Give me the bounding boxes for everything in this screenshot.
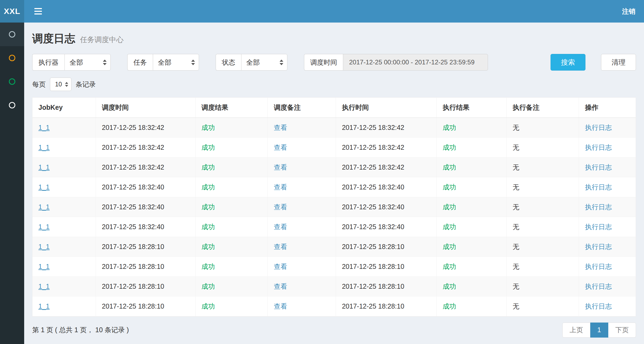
exec-msg-cell: 无 [506,137,579,157]
trigger-time-cell: 2017-12-25 18:32:42 [96,137,196,157]
trigger-result-cell: 成功 [195,296,268,316]
page-subtitle: 任务调度中心 [80,35,124,45]
logout-link[interactable]: 注销 [622,7,635,16]
hamburger-icon [34,8,42,14]
app-logo[interactable]: XXL [0,0,24,23]
jobkey-link[interactable]: 1_1 [38,283,50,290]
trigger-result-cell: 成功 [195,118,268,137]
job-select[interactable]: 全部 [153,54,199,71]
table-row: 1_1 2017-12-25 18:28:10 成功 查看 2017-12-25… [32,296,636,316]
header-action: 操作 [579,98,636,118]
table-row: 1_1 2017-12-25 18:28:10 成功 查看 2017-12-25… [32,276,636,296]
header-trigger-msg: 调度备注 [268,98,336,118]
trigger-result-cell: 成功 [195,276,268,296]
trigger-msg-link[interactable]: 查看 [274,223,287,230]
trigger-msg-link[interactable]: 查看 [274,302,287,310]
page-size-value: 10 [55,81,62,88]
table-footer: 第 1 页 ( 总共 1 页， 10 条记录 ) 上页 1 下页 [32,323,636,342]
trigger-time-cell: 2017-12-25 18:32:40 [96,217,196,237]
trigger-time-cell: 2017-12-25 18:32:42 [96,118,196,137]
page-1-button[interactable]: 1 [590,323,608,338]
exec-time-cell: 2017-12-25 18:28:10 [336,257,437,276]
job-select-value: 全部 [158,58,171,67]
next-page-button[interactable]: 下页 [608,323,636,338]
exec-log-link[interactable]: 执行日志 [585,144,612,151]
exec-log-link[interactable]: 执行日志 [585,163,612,171]
trigger-msg-link[interactable]: 查看 [274,144,287,151]
jobkey-link[interactable]: 1_1 [38,183,50,191]
exec-result-cell: 成功 [437,237,507,257]
sidebar-item-1[interactable] [0,23,24,46]
log-table: JobKey 调度时间 调度结果 调度备注 执行时间 执行结果 执行备注 操作 … [32,98,636,316]
page-size-select[interactable]: 10 [50,78,71,91]
exec-log-link[interactable]: 执行日志 [585,243,612,250]
trigger-time-range-input[interactable]: 2017-12-25 00:00:00 - 2017-12-25 23:59:5… [343,54,488,71]
exec-msg-cell: 无 [506,157,579,177]
table-row: 1_1 2017-12-25 18:32:40 成功 查看 2017-12-25… [32,197,636,217]
header-trigger-time: 调度时间 [96,98,196,118]
circle-outline-icon [9,102,15,108]
exec-result-cell: 成功 [437,137,507,157]
status-select-value: 全部 [246,58,260,67]
trigger-result-cell: 成功 [195,217,268,237]
sidebar-item-4[interactable] [0,93,24,117]
table-row: 1_1 2017-12-25 18:28:10 成功 查看 2017-12-25… [32,237,636,257]
prev-page-button[interactable]: 上页 [562,323,590,338]
exec-time-cell: 2017-12-25 18:28:10 [336,276,437,296]
table-row: 1_1 2017-12-25 18:32:40 成功 查看 2017-12-25… [32,217,636,237]
circle-outline-icon [9,55,15,61]
sidebar-item-2[interactable] [0,46,24,70]
table-header-row: JobKey 调度时间 调度结果 调度备注 执行时间 执行结果 执行备注 操作 [32,98,636,118]
table-row: 1_1 2017-12-25 18:32:42 成功 查看 2017-12-25… [32,118,636,137]
circle-outline-icon [9,78,15,85]
jobkey-link[interactable]: 1_1 [38,124,50,131]
executor-select-value: 全部 [70,58,83,67]
search-button[interactable]: 搜索 [551,54,585,71]
trigger-msg-link[interactable]: 查看 [274,163,287,171]
trigger-result-cell: 成功 [195,257,268,276]
sidebar-item-3[interactable] [0,70,24,93]
sidebar-toggle-button[interactable] [33,5,44,17]
exec-msg-cell: 无 [506,296,579,316]
filter-bar: 执行器 全部 任务 全部 状态 全部 调度时间 2017-12-25 00:00… [32,54,636,71]
jobkey-link[interactable]: 1_1 [38,144,50,151]
trigger-msg-link[interactable]: 查看 [274,183,287,191]
status-filter: 状态 全部 [216,54,287,71]
status-select[interactable]: 全部 [241,54,287,71]
page-size-bar: 每页 10 条记录 [32,78,636,91]
exec-log-link[interactable]: 执行日志 [585,124,612,131]
exec-log-link[interactable]: 执行日志 [585,283,612,290]
jobkey-link[interactable]: 1_1 [38,223,50,230]
select-arrows-icon [103,60,107,65]
jobkey-link[interactable]: 1_1 [38,203,50,211]
trigger-time-cell: 2017-12-25 18:28:10 [96,296,196,316]
exec-log-link[interactable]: 执行日志 [585,183,612,191]
trigger-time-cell: 2017-12-25 18:32:42 [96,157,196,177]
exec-result-cell: 成功 [437,118,507,137]
exec-log-link[interactable]: 执行日志 [585,263,612,270]
trigger-msg-link[interactable]: 查看 [274,263,287,270]
trigger-result-cell: 成功 [195,137,268,157]
trigger-msg-link[interactable]: 查看 [274,283,287,290]
trigger-msg-link[interactable]: 查看 [274,124,287,131]
jobkey-link[interactable]: 1_1 [38,302,50,310]
trigger-msg-link[interactable]: 查看 [274,243,287,250]
jobkey-link[interactable]: 1_1 [38,243,50,250]
jobkey-link[interactable]: 1_1 [38,163,50,171]
select-arrows-icon [65,82,68,87]
exec-time-cell: 2017-12-25 18:32:40 [336,217,437,237]
exec-msg-cell: 无 [506,237,579,257]
exec-log-link[interactable]: 执行日志 [585,223,612,230]
page-header: 调度日志 任务调度中心 [32,31,636,46]
exec-msg-cell: 无 [506,276,579,296]
exec-log-link[interactable]: 执行日志 [585,203,612,211]
header-trigger-result: 调度结果 [195,98,268,118]
log-table-panel: JobKey 调度时间 调度结果 调度备注 执行时间 执行结果 执行备注 操作 … [32,97,636,317]
jobkey-link[interactable]: 1_1 [38,263,50,270]
status-label: 状态 [216,54,241,71]
clear-button[interactable]: 清理 [601,54,636,71]
exec-log-link[interactable]: 执行日志 [585,302,612,310]
table-row: 1_1 2017-12-25 18:28:10 成功 查看 2017-12-25… [32,257,636,276]
trigger-msg-link[interactable]: 查看 [274,203,287,211]
executor-select[interactable]: 全部 [64,54,111,71]
